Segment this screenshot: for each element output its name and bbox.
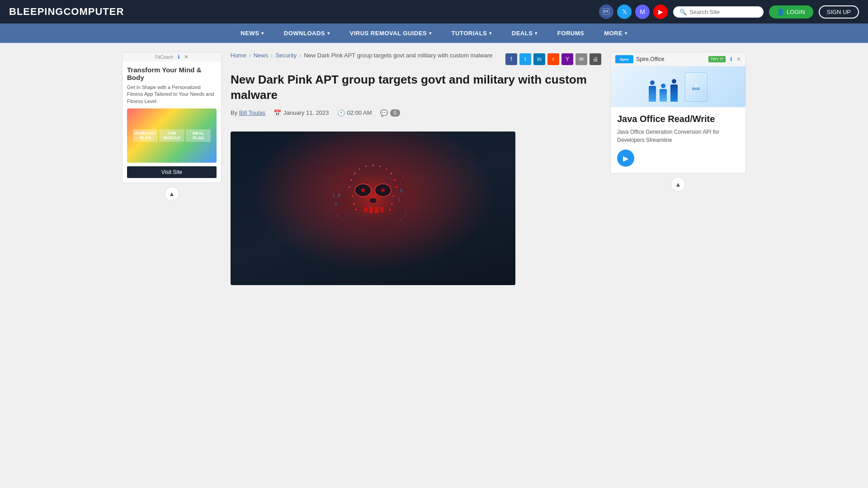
site-header: BLEEPINGCOMPUTER  𝕏 M ▶ 🔍 👤 LOGIN SIGN …	[0, 0, 868, 23]
nav-news-label: NEWS	[241, 30, 259, 37]
svg-point-15	[381, 188, 385, 192]
search-icon: 🔍	[679, 9, 687, 15]
breadcrumb-share-row: Home › News › Security › New Dark Pink A…	[231, 52, 601, 66]
youtube-icon[interactable]: ▶	[653, 5, 668, 19]
signup-label: SIGN UP	[827, 9, 851, 15]
skull-illustration: 1 0 0 0 1	[328, 156, 418, 260]
svg-text:0: 0	[400, 188, 403, 193]
right-ad-content: Java Office Read/Write Java Office Gener…	[611, 107, 745, 173]
logo-text2: COMPUTER	[63, 6, 124, 17]
nav-tutorials-label: TUTORIALS	[452, 30, 487, 37]
breadcrumb-news[interactable]: News	[254, 52, 269, 59]
right-ad-close-button[interactable]: ✕	[736, 56, 741, 62]
right-scroll-up-button[interactable]: ▲	[671, 177, 685, 192]
right-ad-title: Java Office Read/Write	[617, 113, 739, 124]
nav-forums-label: FORUMS	[557, 30, 584, 37]
ad-close-button[interactable]: ✕	[184, 54, 189, 60]
article-meta: By Bill Toulas 📅 January 11, 2023 🕐 02:0…	[231, 109, 601, 123]
content-wrapper: FitCoach ℹ ✕ Transform Your Mind & Body …	[118, 43, 750, 294]
svg-point-11	[396, 186, 397, 188]
svg-rect-26	[380, 207, 384, 212]
spire-logo: Spire	[615, 55, 633, 63]
svg-rect-32	[344, 183, 344, 184]
nav-item-downloads[interactable]: DOWNLOADS ▾	[274, 23, 340, 43]
twitter-icon[interactable]: 𝕏	[617, 5, 632, 19]
right-ad-logo: Spire Spire.Office	[615, 55, 664, 63]
right-ad-play-button[interactable]: ▶	[617, 150, 634, 167]
right-sidebar: Spire Spire.Office TRY IT ℹ ✕	[610, 52, 746, 285]
breadcrumb: Home › News › Security › New Dark Pink A…	[231, 52, 493, 59]
nav-item-forums[interactable]: FORUMS	[547, 23, 594, 43]
svg-point-1	[372, 164, 374, 166]
left-scroll-up-button[interactable]: ▲	[165, 187, 179, 201]
share-reddit-button[interactable]: r	[547, 53, 559, 65]
share-yahoo-button[interactable]: Y	[561, 53, 573, 65]
login-label: LOGIN	[787, 9, 805, 15]
article-time-item: 🕐 02:00 AM	[337, 109, 372, 117]
facebook-icon[interactable]: 	[599, 5, 613, 19]
svg-rect-34	[400, 183, 401, 184]
site-logo[interactable]: BLEEPINGCOMPUTER	[9, 6, 124, 18]
svg-point-18	[393, 195, 394, 197]
svg-rect-31	[341, 177, 342, 178]
nav-virus-arrow: ▾	[429, 31, 432, 36]
svg-point-8	[350, 179, 352, 181]
share-email-button[interactable]: ✉	[576, 53, 587, 65]
mastodon-icon[interactable]: M	[635, 5, 650, 19]
nav-virus-label: VIRUS REMOVAL GUIDES	[350, 30, 427, 37]
nav-item-tutorials[interactable]: TUTORIALS ▾	[442, 23, 502, 43]
article-date-item: 📅 January 11, 2023	[274, 109, 329, 117]
ad-brand-label: FitCoach	[155, 55, 173, 60]
svg-point-19	[353, 203, 355, 205]
breadcrumb-sep-1: ›	[249, 52, 251, 59]
svg-point-14	[361, 188, 365, 192]
share-twitter-button[interactable]: t	[519, 53, 531, 65]
breadcrumb-security[interactable]: Security	[275, 52, 297, 59]
nav-item-deals[interactable]: DEALS ▾	[502, 23, 547, 43]
nav-item-news[interactable]: NEWS ▾	[231, 23, 274, 43]
nav-item-virus[interactable]: VIRUS REMOVAL GUIDES ▾	[340, 23, 442, 43]
svg-rect-33	[402, 177, 403, 178]
social-icons-group:  𝕏 M ▶	[599, 5, 668, 19]
nav-more-label: MORE	[604, 30, 623, 37]
nav-downloads-label: DOWNLOADS	[284, 30, 325, 37]
svg-point-3	[379, 165, 381, 167]
nav-downloads-arrow: ▾	[327, 31, 330, 36]
svg-point-21	[355, 209, 357, 211]
svg-point-22	[389, 209, 391, 211]
left-sidebar: FitCoach ℹ ✕ Transform Your Mind & Body …	[122, 52, 222, 285]
calendar-icon: 📅	[274, 109, 281, 117]
left-ad-box: FitCoach ℹ ✕ Transform Your Mind & Body …	[122, 52, 222, 183]
svg-point-4	[359, 168, 360, 169]
article-author[interactable]: Bill Toulas	[239, 109, 265, 116]
breadcrumb-home[interactable]: Home	[231, 52, 246, 59]
ad-info-button[interactable]: ℹ	[175, 53, 182, 61]
search-input[interactable]	[689, 9, 757, 15]
svg-point-16	[369, 198, 377, 203]
search-bar: 🔍	[673, 6, 764, 18]
right-ad-desc: Java Office Generation Conversion API fo…	[617, 128, 739, 144]
right-ad-header: Spire Spire.Office TRY IT ℹ ✕	[611, 52, 745, 66]
breadcrumb-current: New Dark Pink APT group targets govt and…	[304, 52, 492, 59]
svg-rect-35	[337, 215, 338, 216]
ad-visit-button[interactable]: Visit Site	[127, 166, 217, 178]
svg-text:0: 0	[335, 202, 337, 207]
svg-point-6	[354, 173, 356, 174]
main-content: Home › News › Security › New Dark Pink A…	[222, 52, 610, 285]
nav-item-more[interactable]: MORE ▾	[594, 23, 637, 43]
share-facebook-button[interactable]: f	[505, 53, 517, 65]
right-ad-info-button[interactable]: ℹ	[727, 56, 735, 63]
ad-image: WORKOUTPLAN FORMUSCLE MEALPLAN	[127, 108, 217, 163]
svg-point-5	[386, 168, 387, 169]
login-button[interactable]: 👤 LOGIN	[769, 5, 813, 19]
share-linkedin-button[interactable]: in	[533, 53, 545, 65]
nav-deals-arrow: ▾	[535, 31, 538, 36]
article-hero-image: 1 0 0 0 1	[231, 131, 515, 285]
signup-button[interactable]: SIGN UP	[819, 5, 859, 19]
header-right:  𝕏 M ▶ 🔍 👤 LOGIN SIGN UP	[599, 5, 859, 19]
share-print-button[interactable]: 🖨	[590, 53, 601, 65]
article-time: 02:00 AM	[347, 109, 372, 116]
svg-point-17	[352, 195, 354, 197]
ad-content: Transform Your Mind & Body Get in Shape …	[123, 61, 221, 183]
article-image-placeholder: 1 0 0 0 1	[231, 131, 515, 285]
